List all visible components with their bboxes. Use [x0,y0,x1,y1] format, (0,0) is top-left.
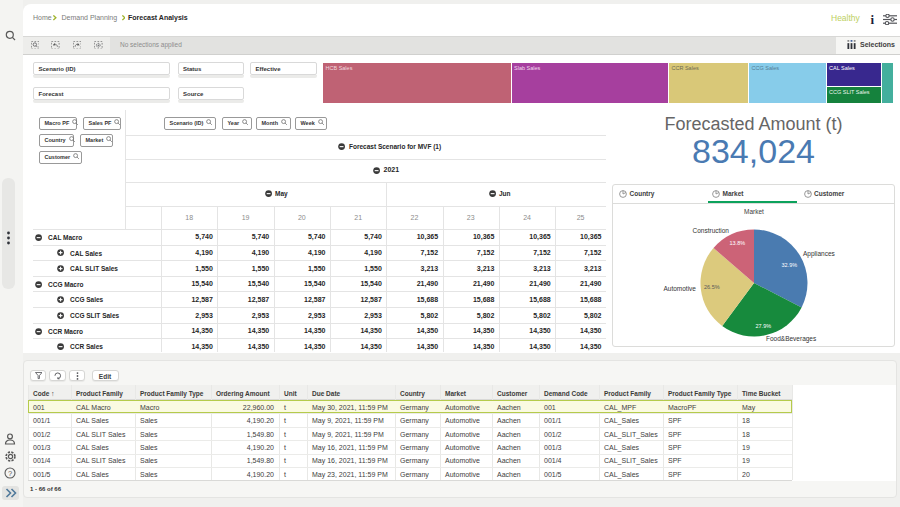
svg-text:?: ? [8,469,12,478]
